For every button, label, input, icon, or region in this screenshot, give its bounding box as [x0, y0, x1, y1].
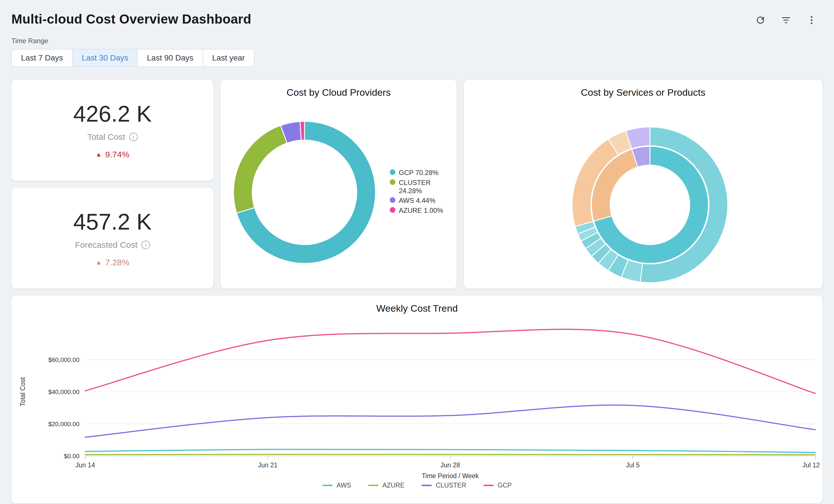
total-cost-label-row: Total Cost i — [87, 132, 137, 142]
legend-swatch — [483, 485, 494, 486]
forecasted-cost-label-row: Forecasted Cost i — [75, 240, 150, 250]
forecasted-cost-card: 457.2 K Forecasted Cost i ▲ 7.28% — [12, 188, 214, 289]
weekly-trend-card: Weekly Cost Trend $0.00$20,000.00$40,000… — [12, 295, 822, 503]
y-axis-title: Total Cost — [19, 377, 26, 406]
legend-label: GCP — [498, 482, 512, 489]
line-series-azure — [85, 455, 815, 455]
legend-swatch — [421, 485, 432, 486]
x-tick-label: Jun 14 — [75, 461, 95, 469]
kpi-column: 426.2 K Total Cost i ▲ 9.74% 457.2 K For… — [12, 80, 214, 289]
legend-item-cluster[interactable]: CLUSTER 24.28% — [390, 179, 453, 195]
providers-chart-card: Cost by Cloud Providers GCP 70.28%CLUSTE… — [220, 80, 457, 289]
line-legend-item-gcp[interactable]: GCP — [483, 482, 512, 489]
legend-item-aws[interactable]: AWS 4.44% — [390, 197, 453, 205]
total-cost-delta: ▲ 9.74% — [96, 150, 130, 159]
line-legend-item-cluster[interactable]: CLUSTER — [421, 482, 466, 489]
legend-swatch — [390, 197, 395, 203]
total-cost-label: Total Cost — [87, 132, 125, 142]
legend-label: GCP 70.28% — [399, 169, 439, 177]
services-chart-card: Cost by Services or Products — [464, 80, 822, 289]
time-range-label: Time Range — [12, 37, 822, 45]
time-range-button-last-30-days[interactable]: Last 30 Days — [72, 49, 138, 67]
total-cost-card: 426.2 K Total Cost i ▲ 9.74% — [12, 80, 214, 181]
total-cost-delta-value: 9.74% — [105, 150, 129, 159]
x-axis-title: Time Period / Week — [422, 472, 479, 480]
legend-swatch — [323, 485, 333, 486]
x-tick-label: Jul 5 — [626, 461, 640, 469]
line-series-cluster — [85, 405, 815, 437]
legend-label: CLUSTER 24.28% — [399, 179, 453, 195]
providers-chart-title: Cost by Cloud Providers — [220, 80, 457, 98]
donut-segment[interactable] — [234, 125, 287, 213]
kpi-and-pie-row: 426.2 K Total Cost i ▲ 9.74% 457.2 K For… — [12, 80, 822, 289]
time-range-button-last-year[interactable]: Last year — [202, 49, 255, 67]
legend-swatch — [368, 485, 378, 486]
x-tick-label: Jun 28 — [440, 461, 460, 469]
line-series-aws — [85, 449, 815, 452]
x-tick-label: Jul 12 — [803, 461, 820, 469]
services-sunburst-chart — [464, 98, 822, 286]
line-series-gcp — [85, 329, 815, 393]
filter-button[interactable] — [780, 14, 792, 27]
refresh-button[interactable] — [754, 14, 767, 27]
forecasted-cost-delta-value: 7.28% — [105, 258, 129, 267]
triangle-up-icon: ▲ — [96, 259, 102, 266]
header-actions — [754, 10, 822, 27]
y-tick-label: $20,000.00 — [48, 420, 80, 428]
providers-legend: GCP 70.28%CLUSTER 24.28%AWS 4.44%AZURE 1… — [390, 169, 453, 215]
weekly-trend-legend: AWSAZURECLUSTERGCP — [12, 482, 822, 489]
legend-swatch — [390, 207, 395, 213]
total-cost-value: 426.2 K — [73, 101, 152, 127]
legend-swatch — [390, 179, 395, 185]
legend-label: AZURE 1.00% — [399, 206, 443, 215]
y-tick-label: $40,000.00 — [48, 388, 80, 395]
time-range-button-last-7-days[interactable]: Last 7 Days — [12, 49, 73, 67]
forecasted-cost-value: 457.2 K — [73, 209, 152, 235]
filter-icon — [781, 15, 791, 26]
info-icon[interactable]: i — [141, 241, 150, 249]
weekly-trend-line-chart: $0.00$20,000.00$40,000.00$60,000.00Jun 1… — [12, 316, 822, 481]
kebab-menu-button[interactable] — [805, 14, 818, 27]
y-tick-label: $60,000.00 — [48, 356, 80, 364]
kebab-menu-icon — [806, 15, 817, 26]
providers-donut-wrap: GCP 70.28%CLUSTER 24.28%AWS 4.44%AZURE 1… — [220, 98, 457, 286]
line-legend-item-azure[interactable]: AZURE — [368, 482, 404, 489]
legend-item-gcp[interactable]: GCP 70.28% — [390, 169, 453, 177]
dashboard-page: Multi-cloud Cost Overview Dashboard — [0, 0, 834, 504]
legend-swatch — [390, 169, 395, 175]
legend-label: AWS — [336, 482, 351, 489]
donut-segment[interactable] — [300, 121, 305, 140]
forecasted-cost-label: Forecasted Cost — [75, 240, 137, 250]
refresh-icon — [755, 15, 766, 26]
legend-label: CLUSTER — [436, 482, 466, 489]
legend-label: AWS 4.44% — [399, 197, 436, 205]
x-tick-label: Jun 21 — [258, 461, 278, 469]
services-chart-title: Cost by Services or Products — [464, 80, 822, 98]
info-icon[interactable]: i — [129, 133, 138, 141]
legend-item-azure[interactable]: AZURE 1.00% — [390, 206, 453, 215]
forecasted-cost-delta: ▲ 7.28% — [96, 258, 130, 267]
line-legend-item-aws[interactable]: AWS — [323, 482, 351, 489]
time-range-button-group: Last 7 DaysLast 30 DaysLast 90 DaysLast … — [12, 49, 255, 67]
page-title: Multi-cloud Cost Overview Dashboard — [12, 10, 251, 27]
y-tick-label: $0.00 — [64, 453, 80, 460]
legend-label: AZURE — [382, 482, 404, 489]
weekly-trend-title: Weekly Cost Trend — [12, 295, 822, 314]
header: Multi-cloud Cost Overview Dashboard — [12, 10, 822, 27]
triangle-up-icon: ▲ — [96, 151, 102, 158]
time-range-button-last-90-days[interactable]: Last 90 Days — [137, 49, 203, 67]
